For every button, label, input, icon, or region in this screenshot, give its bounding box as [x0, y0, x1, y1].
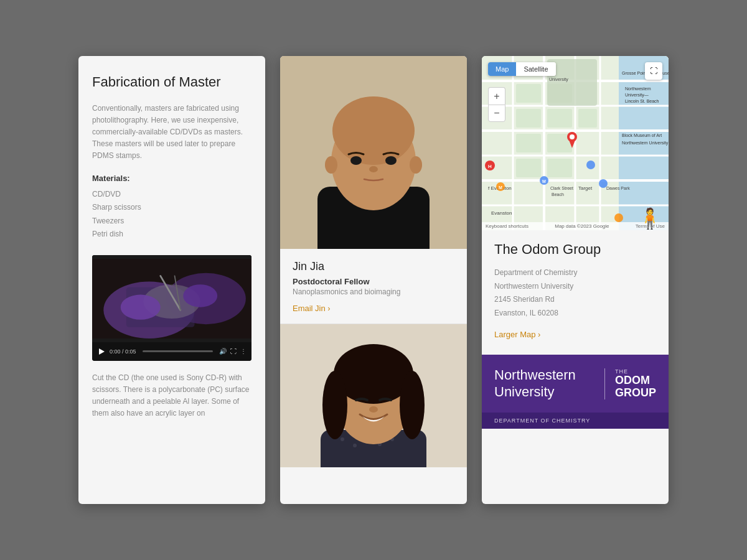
- svg-point-18: [369, 166, 378, 172]
- materials-list: CD/DVD Sharp scissors Tweezers Petri dis…: [92, 188, 251, 241]
- svg-text:Northwestern: Northwestern: [625, 86, 651, 91]
- person1-specialty: Nanoplasmonics and bioimaging: [293, 287, 454, 296]
- address-line3: 2145 Sheridan Rd: [494, 293, 656, 307]
- svg-point-7: [121, 295, 161, 320]
- person2-photo: [280, 324, 467, 467]
- material-item: CD/DVD: [92, 188, 251, 202]
- material-item: Sharp scissors: [92, 201, 251, 215]
- panel1-intro: Conventionally, masters are fabricated u…: [92, 103, 251, 162]
- odom-logo: THE ODOMGROUP: [604, 368, 656, 399]
- location-address: Department of Chemistry Northwestern Uni…: [494, 266, 656, 320]
- fullscreen-icon[interactable]: ⛶: [230, 348, 237, 355]
- video-player[interactable]: 0:00 / 0:05 🔊 ⛶ ⋮: [92, 255, 251, 361]
- svg-text:Northwestern University: Northwestern University: [622, 141, 669, 146]
- expand-icon: ⛶: [650, 67, 657, 75]
- person1-title: Postdoctoral Fellow: [293, 277, 454, 286]
- location-info: The Odom Group Department of Chemistry N…: [482, 230, 669, 348]
- svg-text:Target: Target: [578, 185, 593, 191]
- svg-point-78: [599, 179, 608, 188]
- svg-rect-50: [578, 109, 597, 128]
- svg-point-21: [341, 437, 344, 441]
- svg-point-32: [400, 371, 425, 439]
- svg-point-33: [369, 406, 378, 413]
- svg-point-22: [353, 444, 357, 447]
- person-decoration: 🧍: [637, 207, 662, 230]
- nu-name: NorthwesternUniversity: [494, 367, 576, 400]
- address-line2: Northwestern University: [494, 280, 656, 294]
- map-tabs[interactable]: Map Satellite: [488, 62, 556, 76]
- address-line1: Department of Chemistry: [494, 266, 656, 280]
- svg-text:H: H: [488, 164, 492, 169]
- svg-rect-53: [516, 159, 541, 177]
- video-progress-bar[interactable]: [143, 350, 213, 352]
- svg-text:Evanston: Evanston: [491, 210, 512, 216]
- map-expand-button[interactable]: ⛶: [645, 62, 662, 80]
- svg-rect-48: [516, 109, 541, 128]
- svg-rect-46: [516, 84, 541, 103]
- play-icon: [99, 348, 105, 355]
- svg-point-16: [350, 156, 362, 165]
- svg-text:Lincoln St. Beach: Lincoln St. Beach: [625, 99, 659, 103]
- svg-rect-49: [547, 109, 572, 128]
- video-controls-bar[interactable]: 0:00 / 0:05 🔊 ⛶ ⋮: [92, 342, 251, 361]
- svg-point-15: [332, 96, 415, 165]
- svg-point-31: [322, 371, 347, 439]
- map-data-credit: Map data ©2023 Google: [555, 223, 609, 229]
- volume-icon[interactable]: 🔊: [219, 348, 227, 355]
- video-time: 0:00 / 0:05: [110, 348, 136, 355]
- larger-map-link[interactable]: Larger Map ›: [494, 330, 540, 339]
- svg-rect-51: [516, 134, 541, 152]
- svg-point-77: [586, 161, 595, 169]
- svg-text:Clark Street: Clark Street: [550, 186, 573, 190]
- svg-point-72: [570, 134, 575, 139]
- map-tab-map[interactable]: Map: [488, 62, 516, 76]
- location-panel: No University Grosse Point Lighthouse No…: [482, 56, 669, 504]
- zoom-out-button[interactable]: −: [488, 105, 505, 122]
- svg-point-14: [410, 156, 422, 174]
- video-frame: [92, 255, 251, 342]
- svg-text:Beach: Beach: [552, 192, 564, 197]
- svg-point-79: [614, 213, 623, 222]
- map-tab-satellite[interactable]: Satellite: [516, 62, 555, 76]
- person-profile-panel: Jin Jia Postdoctoral Fellow Nanoplasmoni…: [280, 56, 467, 504]
- svg-rect-54: [547, 159, 572, 177]
- map-background: No University Grosse Point Lighthouse No…: [482, 56, 669, 230]
- map-zoom-controls[interactable]: + −: [488, 87, 505, 122]
- keyboard-shortcuts[interactable]: Keyboard shortcuts: [486, 223, 529, 229]
- address-line4: Evanston, IL 60208: [494, 307, 656, 320]
- svg-text:M: M: [499, 185, 502, 190]
- nu-banner: NorthwesternUniversity THE ODOMGROUP: [482, 355, 669, 413]
- material-item: Tweezers: [92, 215, 251, 228]
- person1-email-link[interactable]: Email Jin ›: [293, 304, 331, 313]
- svg-text:University: University: [549, 77, 568, 82]
- fabrication-panel: Fabrication of Master Conventionally, ma…: [78, 56, 265, 504]
- svg-text:M: M: [542, 179, 546, 184]
- svg-point-17: [385, 156, 397, 165]
- play-button[interactable]: [97, 347, 106, 356]
- svg-text:Block Museum of Art: Block Museum of Art: [622, 133, 662, 138]
- odom-group-name: ODOMGROUP: [615, 375, 656, 399]
- map-container: No University Grosse Point Lighthouse No…: [482, 56, 669, 230]
- video-thumbnail: [92, 255, 251, 342]
- svg-point-13: [325, 156, 337, 174]
- panel1-title: Fabrication of Master: [92, 73, 251, 91]
- svg-text:Dawes Park: Dawes Park: [606, 186, 630, 190]
- svg-point-8: [183, 284, 217, 307]
- person1-info: Jin Jia Postdoctoral Fellow Nanoplasmoni…: [280, 249, 467, 324]
- group-title: The Odom Group: [494, 241, 656, 258]
- panel1-body-text: Cut the CD (the one used is Sony CD-R) w…: [92, 372, 251, 432]
- more-options-icon[interactable]: ⋮: [240, 348, 247, 355]
- materials-heading: Materials:: [92, 174, 251, 183]
- jin-photo: [280, 56, 467, 249]
- person1-name: Jin Jia: [293, 260, 454, 273]
- dept-label: DEPARTMENT OF CHEMISTRY: [482, 413, 669, 429]
- material-item: Petri dish: [92, 228, 251, 241]
- svg-text:University—: University—: [625, 93, 649, 98]
- zoom-in-button[interactable]: +: [488, 87, 505, 105]
